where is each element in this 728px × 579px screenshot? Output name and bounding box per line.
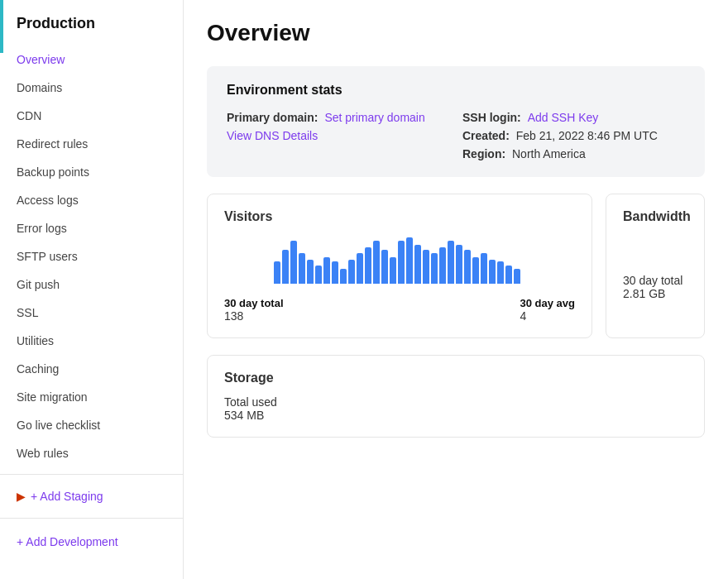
sidebar-item-utilities[interactable]: Utilities	[0, 327, 183, 355]
chart-bar	[348, 260, 355, 284]
env-stats-card: Environment stats Primary domain: Set pr…	[207, 66, 705, 177]
main-content: Overview Environment stats Primary domai…	[184, 0, 728, 579]
visitors-avg-value: 4	[520, 309, 576, 323]
chart-bar	[323, 257, 330, 284]
sidebar: Production Overview Domains CDN Redirect…	[0, 0, 184, 579]
sidebar-nav: Overview Domains CDN Redirect rules Back…	[0, 45, 183, 558]
chart-bar	[332, 261, 338, 284]
visitors-avg-label: 30 day avg	[520, 297, 576, 309]
sidebar-item-error-logs[interactable]: Error logs	[0, 214, 183, 242]
sidebar-item-ssl[interactable]: SSL	[0, 299, 183, 327]
bandwidth-total-value: 2.81 GB	[623, 287, 687, 300]
chart-bar	[299, 253, 305, 284]
sidebar-item-overview[interactable]: Overview	[0, 45, 183, 74]
chart-bar	[340, 269, 347, 284]
dns-details-row: View DNS Details	[227, 129, 449, 142]
storage-title: Storage	[224, 371, 687, 385]
env-left-col: Primary domain: Set primary domain View …	[227, 111, 449, 160]
visitors-card: Visitors 30 day total 138 30 day avg 4	[207, 194, 592, 338]
chart-bar	[489, 260, 496, 284]
chart-bar	[505, 266, 512, 284]
storage-card: Storage Total used 534 MB	[207, 355, 705, 438]
sidebar-item-redirect-rules[interactable]: Redirect rules	[0, 130, 183, 158]
sidebar-item-web-rules[interactable]: Web rules	[0, 439, 183, 467]
visitors-chart	[224, 234, 575, 284]
chart-bar	[398, 241, 405, 284]
visitors-total-value: 138	[224, 309, 284, 323]
chart-bar	[274, 261, 280, 284]
sidebar-item-git-push[interactable]: Git push	[0, 270, 183, 299]
ssh-login-field: SSH login: Add SSH Key	[462, 111, 685, 124]
add-staging-arrow-icon: ▶	[17, 490, 26, 503]
chart-bar	[381, 250, 388, 284]
bandwidth-total: 30 day total 2.81 GB	[623, 274, 687, 300]
visitors-footer: 30 day total 138 30 day avg 4	[224, 297, 575, 323]
sidebar-item-site-migration[interactable]: Site migration	[0, 383, 183, 411]
sidebar-item-backup-points[interactable]: Backup points	[0, 158, 183, 186]
storage-total-used-label: Total used	[224, 395, 687, 409]
created-label: Created:	[462, 129, 510, 142]
env-stats-title: Environment stats	[227, 83, 685, 98]
visitors-total: 30 day total 138	[224, 297, 284, 323]
sidebar-item-access-logs[interactable]: Access logs	[0, 186, 183, 214]
sidebar-divider-1	[0, 474, 183, 475]
env-stats-grid: Primary domain: Set primary domain View …	[227, 111, 685, 160]
created-field: Created: Feb 21, 2022 8:46 PM UTC	[462, 129, 685, 142]
chart-bar	[307, 260, 314, 284]
chart-bar	[514, 269, 520, 284]
chart-bar	[497, 261, 504, 284]
sidebar-title: Production	[0, 0, 183, 45]
add-staging-button[interactable]: ▶ + Add Staging	[0, 481, 183, 511]
sidebar-item-domains[interactable]: Domains	[0, 74, 183, 102]
add-development-label[interactable]: + Add Development	[0, 525, 183, 558]
sidebar-item-caching[interactable]: Caching	[0, 355, 183, 383]
view-dns-details-link[interactable]: View DNS Details	[227, 129, 318, 142]
visitors-total-label: 30 day total	[224, 297, 284, 309]
chart-bar	[439, 247, 446, 284]
chart-bar	[456, 245, 462, 284]
chart-bar	[431, 253, 438, 284]
sidebar-item-go-live-checklist[interactable]: Go live checklist	[0, 411, 183, 439]
env-right-col: SSH login: Add SSH Key Created: Feb 21, …	[462, 111, 685, 160]
chart-bar	[373, 241, 380, 284]
ssh-login-label: SSH login:	[462, 111, 521, 124]
primary-domain-label: Primary domain:	[227, 111, 318, 124]
region-field: Region: North America	[462, 147, 685, 160]
created-value: Feb 21, 2022 8:46 PM UTC	[516, 129, 658, 142]
chart-bar	[464, 250, 471, 284]
set-primary-domain-link[interactable]: Set primary domain	[324, 111, 424, 124]
bandwidth-total-label: 30 day total	[623, 274, 687, 287]
bandwidth-card: Bandwidth 30 day total 2.81 GB	[606, 194, 705, 338]
chart-bar	[357, 253, 363, 284]
visitors-title: Visitors	[224, 209, 575, 224]
chart-bar	[390, 257, 396, 284]
storage-total: Total used 534 MB	[224, 395, 687, 422]
chart-bar	[282, 250, 289, 284]
chart-bar	[315, 266, 322, 284]
visitors-avg: 30 day avg 4	[520, 297, 576, 323]
stats-row: Visitors 30 day total 138 30 day avg 4 B…	[207, 194, 705, 338]
chart-bar	[365, 247, 371, 284]
page-title: Overview	[207, 20, 705, 46]
chart-bar	[290, 241, 297, 284]
region-label: Region:	[462, 147, 505, 160]
sidebar-item-sftp-users[interactable]: SFTP users	[0, 242, 183, 270]
region-value: North America	[512, 147, 586, 160]
chart-bar	[472, 257, 479, 284]
chart-bar	[406, 237, 413, 284]
sidebar-divider-2	[0, 518, 183, 519]
bandwidth-title: Bandwidth	[623, 209, 687, 224]
sidebar-item-cdn[interactable]: CDN	[0, 102, 183, 130]
storage-total-used-value: 534 MB	[224, 409, 687, 422]
chart-bar	[448, 241, 454, 284]
add-ssh-key-link[interactable]: Add SSH Key	[528, 111, 599, 124]
add-staging-label[interactable]: + Add Staging	[31, 490, 103, 503]
chart-bar	[423, 250, 429, 284]
sidebar-accent	[0, 0, 3, 53]
chart-bar	[481, 253, 487, 284]
chart-bar	[414, 245, 421, 284]
primary-domain-field: Primary domain: Set primary domain	[227, 111, 449, 124]
